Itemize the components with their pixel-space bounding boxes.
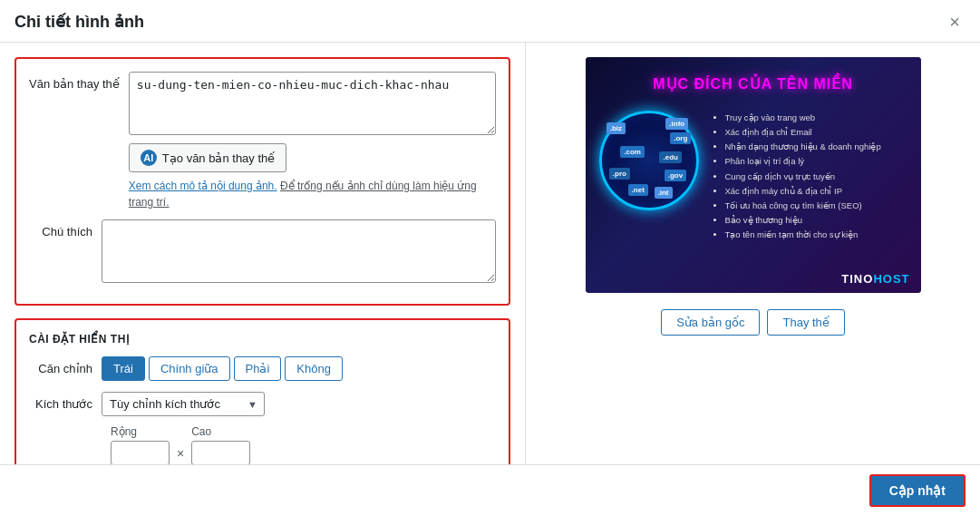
align-none-button[interactable]: Không — [285, 356, 343, 381]
align-right-button[interactable]: Phải — [234, 356, 282, 381]
modal: Chi tiết hình ảnh × Văn bản thay thế su-… — [0, 0, 980, 516]
alt-text-help: Xem cách mô tả nội dung ảnh. Để trống nế… — [129, 178, 496, 210]
modal-overlay: Chi tiết hình ảnh × Văn bản thay thế su-… — [0, 0, 980, 516]
alt-text-input[interactable]: su-dung-ten-mien-co-nhieu-muc-dich-khac-… — [129, 72, 496, 135]
align-center-button[interactable]: Chính giữa — [149, 356, 230, 381]
alt-text-label: Văn bản thay thế — [29, 72, 129, 91]
tag-pro: .pro — [609, 168, 630, 180]
help-link[interactable]: Xem cách mô tả nội dung ảnh. — [129, 180, 277, 192]
display-settings-title: CÀI ĐẶT HIỂN THỊ — [29, 333, 496, 346]
alt-text-section: Văn bản thay thế su-dung-ten-mien-co-nhi… — [15, 57, 510, 306]
caption-label: Chú thích — [29, 219, 102, 239]
image-list: Truy cập vào trang web Xác định địa chỉ … — [699, 106, 907, 263]
list-item-8: Bảo vệ thương hiệu — [725, 213, 907, 228]
footer-accent: HOST — [873, 272, 909, 286]
image-content: .biz .com .pro .net .info .org .edu .gov… — [586, 102, 921, 268]
image-background: MỤC ĐÍCH CỦA TÊN MIỀN .biz .com .pro .ne… — [586, 57, 921, 293]
tag-info: .info — [665, 118, 688, 130]
display-settings-section: CÀI ĐẶT HIỂN THỊ Căn chỉnh Trái Chính gi… — [15, 318, 510, 464]
size-row: Kích thước Tùy chỉnh kích thước Nhỏ Vừa … — [29, 392, 496, 416]
domain-circle: .biz .com .pro .net .info .org .edu .gov… — [599, 111, 699, 210]
tag-edu: .edu — [659, 151, 681, 163]
edit-original-button[interactable]: Sửa bản gốc — [661, 309, 760, 336]
alt-text-input-wrap: su-dung-ten-mien-co-nhieu-muc-dich-khac-… — [129, 72, 496, 210]
list-item-7: Tối ưu hoá công cụ tìm kiếm (SEO) — [725, 199, 907, 213]
close-button[interactable]: × — [944, 11, 965, 33]
align-left-button[interactable]: Trái — [102, 356, 145, 381]
height-group: Cao 400 — [191, 425, 250, 464]
tag-int: .int — [655, 187, 673, 199]
generate-btn-label: Tạo văn bản thay thế — [162, 151, 275, 165]
ai-icon: AI — [141, 150, 157, 166]
tag-biz: .biz — [606, 122, 626, 134]
size-select-wrap: Tùy chỉnh kích thước Nhỏ Vừa Lớn Đầy đủ … — [102, 392, 265, 416]
update-button[interactable]: Cập nhật — [869, 474, 965, 507]
modal-body: Văn bản thay thế su-dung-ten-mien-co-nhi… — [0, 43, 980, 464]
list-item-3: Nhận dạng thương hiệu & doanh nghiệp — [725, 140, 907, 154]
list-item-9: Tạo tên miền tạm thời cho sự kiện — [725, 228, 907, 242]
tag-org: .org — [670, 132, 691, 144]
size-label: Kích thước — [29, 397, 102, 411]
list-item-1: Truy cập vào trang web — [725, 111, 907, 125]
height-label: Cao — [191, 425, 211, 438]
tag-net: .net — [628, 184, 648, 196]
caption-input-wrap — [102, 219, 496, 286]
modal-title: Chi tiết hình ảnh — [15, 12, 144, 32]
dimension-separator: × — [170, 446, 191, 461]
align-row: Căn chỉnh Trái Chính giữa Phải Không — [29, 356, 496, 381]
list-item-6: Xác định máy chủ & địa chỉ IP — [725, 184, 907, 199]
alt-text-row: Văn bản thay thế su-dung-ten-mien-co-nhi… — [29, 72, 496, 210]
replace-button[interactable]: Thay thế — [767, 309, 844, 336]
width-input[interactable]: 650 — [111, 441, 170, 464]
list-item-5: Cung cấp dịch vụ trực tuyến — [725, 170, 907, 184]
generate-alt-text-button[interactable]: AI Tạo văn bản thay thế — [129, 143, 286, 172]
list-item-2: Xác định địa chỉ Email — [725, 125, 907, 140]
dimensions-row: Rộng 650 × Cao 400 — [111, 425, 496, 464]
caption-input[interactable] — [102, 219, 496, 283]
domain-tags: .biz .com .pro .net .info .org .edu .gov… — [602, 113, 696, 208]
tag-com: .com — [620, 146, 645, 158]
width-label: Rộng — [111, 425, 137, 438]
left-panel: Văn bản thay thế su-dung-ten-mien-co-nhi… — [0, 43, 526, 464]
action-buttons: Sửa bản gốc Thay thế — [661, 309, 845, 336]
image-preview: MỤC ĐÍCH CỦA TÊN MIỀN .biz .com .pro .ne… — [586, 57, 921, 293]
right-panel: MỤC ĐÍCH CỦA TÊN MIỀN .biz .com .pro .ne… — [526, 43, 980, 464]
height-input[interactable]: 400 — [191, 441, 250, 464]
tag-gov: .gov — [665, 170, 686, 181]
align-label: Căn chỉnh — [29, 362, 102, 375]
caption-row: Chú thích — [29, 219, 496, 286]
image-footer: TINOHOST — [586, 268, 921, 293]
list-item-4: Phân loại vị trí địa lý — [725, 154, 907, 169]
modal-header: Chi tiết hình ảnh × — [0, 0, 980, 43]
modal-footer: Cập nhật — [0, 464, 980, 516]
width-group: Rộng 650 — [111, 425, 170, 464]
image-title: MỤC ĐÍCH CỦA TÊN MIỀN — [586, 57, 921, 102]
size-select[interactable]: Tùy chỉnh kích thước Nhỏ Vừa Lớn Đầy đủ — [102, 392, 265, 416]
align-buttons: Trái Chính giữa Phải Không — [102, 356, 343, 381]
